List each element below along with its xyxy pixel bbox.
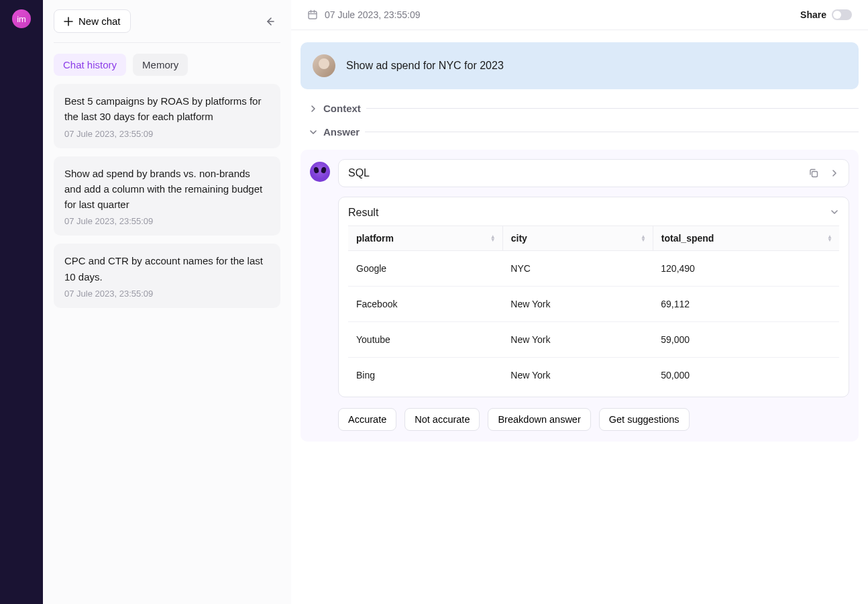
chat-item-title: Show ad spend by brands vs. non-brands a… xyxy=(64,166,270,213)
divider xyxy=(365,132,859,132)
cell-platform: Google xyxy=(348,251,502,287)
chevron-down-icon xyxy=(309,128,318,137)
table-row: Bing New York 50,000 xyxy=(348,358,839,393)
cell-platform: Facebook xyxy=(348,287,502,322)
main-panel: 07 Jule 2023, 23:55:09 Share Show ad spe… xyxy=(291,0,868,604)
cell-city: New York xyxy=(502,287,653,322)
result-label: Result xyxy=(348,207,378,219)
sort-icon: ▲▼ xyxy=(641,235,646,242)
sql-label: SQL xyxy=(348,167,370,179)
cell-total-spend: 59,000 xyxy=(653,322,839,358)
cell-total-spend: 50,000 xyxy=(653,358,839,393)
answer-label: Answer xyxy=(323,126,360,138)
column-header-total-spend[interactable]: total_spend▲▼ xyxy=(653,226,839,251)
answer-box: SQL Result xyxy=(301,150,859,442)
feedback-row: Accurate Not accurate Breakdown answer G… xyxy=(338,408,849,431)
user-prompt-card: Show ad spend for NYC for 2023 xyxy=(301,42,859,89)
sidebar: New chat Chat history Memory Best 5 camp… xyxy=(43,0,291,604)
cell-city: NYC xyxy=(502,251,653,287)
chevron-down-icon xyxy=(830,207,839,217)
chat-item-time: 07 Jule 2023, 23:55:09 xyxy=(64,129,270,139)
chat-history-item[interactable]: Best 5 campaigns by ROAS by platforms fo… xyxy=(54,84,280,148)
sort-icon: ▲▼ xyxy=(827,235,832,242)
new-chat-label: New chat xyxy=(78,15,121,27)
cell-total-spend: 120,490 xyxy=(653,251,839,287)
chat-item-title: CPC and CTR by account names for the las… xyxy=(64,253,270,285)
chat-item-title: Best 5 campaigns by ROAS by platforms fo… xyxy=(64,93,270,125)
cell-city: New York xyxy=(502,322,653,358)
user-avatar xyxy=(313,54,335,77)
app-logo[interactable]: im xyxy=(12,9,31,28)
sort-icon: ▲▼ xyxy=(490,235,496,242)
chat-history-item[interactable]: Show ad spend by brands vs. non-brands a… xyxy=(54,156,280,236)
chat-item-time: 07 Jule 2023, 23:55:09 xyxy=(64,216,270,226)
main-header: 07 Jule 2023, 23:55:09 Share xyxy=(291,0,868,30)
arrow-left-icon xyxy=(264,16,275,27)
copy-button[interactable] xyxy=(808,168,819,179)
chat-item-time: 07 Jule 2023, 23:55:09 xyxy=(64,289,270,299)
svg-rect-0 xyxy=(309,11,317,19)
table-row: Youtube New York 59,000 xyxy=(348,322,839,358)
result-collapse-button[interactable] xyxy=(830,207,839,219)
tab-chat-history[interactable]: Chat history xyxy=(54,54,126,76)
plus-icon xyxy=(64,17,73,26)
chevron-right-icon xyxy=(830,168,839,178)
chat-history-list: Best 5 campaigns by ROAS by platforms fo… xyxy=(54,84,280,308)
share-toggle[interactable] xyxy=(832,9,852,20)
new-chat-button[interactable]: New chat xyxy=(54,9,131,33)
result-card: Result platform▲▼ city▲▼ total_spend▲▼ xyxy=(338,197,849,397)
copy-icon xyxy=(808,168,819,179)
accurate-button[interactable]: Accurate xyxy=(338,408,396,431)
calendar-icon xyxy=(307,9,318,20)
bot-avatar xyxy=(310,162,330,182)
cell-platform: Youtube xyxy=(348,322,502,358)
answer-section-header[interactable]: Answer xyxy=(309,126,859,138)
divider xyxy=(366,108,859,109)
sidebar-collapse-button[interactable] xyxy=(259,11,280,32)
sql-card[interactable]: SQL xyxy=(338,159,849,187)
table-row: Facebook New York 69,112 xyxy=(348,287,839,322)
get-suggestions-button[interactable]: Get suggestions xyxy=(599,408,690,431)
table-row: Google NYC 120,490 xyxy=(348,251,839,287)
nav-rail: im xyxy=(0,0,43,604)
header-timestamp: 07 Jule 2023, 23:55:09 xyxy=(325,9,420,20)
column-header-platform[interactable]: platform▲▼ xyxy=(348,226,502,251)
cell-total-spend: 69,112 xyxy=(653,287,839,322)
not-accurate-button[interactable]: Not accurate xyxy=(404,408,480,431)
cell-platform: Bing xyxy=(348,358,502,393)
chevron-right-icon xyxy=(309,104,318,113)
share-label: Share xyxy=(800,9,826,20)
user-prompt-text: Show ad spend for NYC for 2023 xyxy=(346,60,504,72)
expand-button[interactable] xyxy=(830,168,839,179)
chat-history-item[interactable]: CPC and CTR by account names for the las… xyxy=(54,244,280,308)
tab-memory[interactable]: Memory xyxy=(133,54,188,76)
column-header-city[interactable]: city▲▼ xyxy=(502,226,653,251)
result-table: platform▲▼ city▲▼ total_spend▲▼ Google N… xyxy=(348,225,839,393)
svg-rect-1 xyxy=(812,172,818,177)
breakdown-answer-button[interactable]: Breakdown answer xyxy=(488,408,590,431)
context-section-header[interactable]: Context xyxy=(309,103,859,114)
cell-city: New York xyxy=(502,358,653,393)
context-label: Context xyxy=(323,103,361,114)
